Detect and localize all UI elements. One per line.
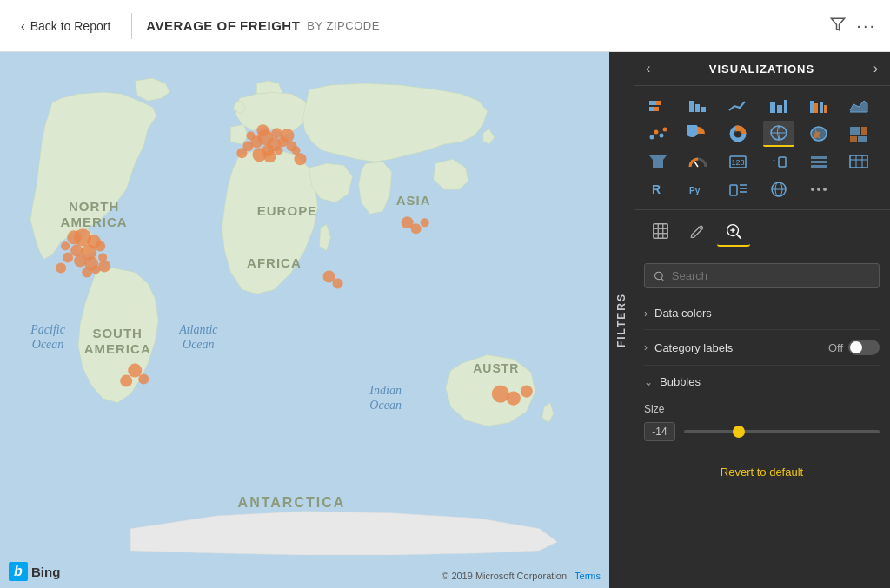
svg-rect-93: [811, 161, 827, 163]
viz-area-icon[interactable]: [843, 93, 874, 119]
back-button[interactable]: ‹ Back to Report: [14, 16, 117, 36]
svg-point-37: [274, 146, 282, 155]
viz-filled-map-icon[interactable]: [803, 121, 834, 147]
svg-rect-64: [689, 101, 694, 112]
svg-rect-61: [656, 101, 661, 105]
svg-point-27: [67, 230, 81, 244]
svg-rect-66: [701, 107, 706, 112]
bing-icon: b: [9, 562, 28, 581]
svg-text:ANTARCTICA: ANTARCTICA: [238, 494, 346, 510]
viz-grouped-bar-icon[interactable]: [803, 93, 834, 119]
category-labels-chevron: ›: [644, 341, 648, 353]
svg-point-40: [263, 150, 276, 162]
svg-text:Ocean: Ocean: [369, 399, 402, 412]
svg-text:Pacific: Pacific: [30, 323, 65, 336]
more-options-icon[interactable]: ···: [856, 16, 876, 36]
svg-point-47: [294, 153, 306, 165]
bubbles-section-header[interactable]: ⌄ Bubbles: [634, 366, 890, 398]
svg-text:AMERICA: AMERICA: [61, 215, 128, 229]
copyright-text: © 2019 Microsoft Corporation: [442, 571, 567, 581]
svg-text:Py: Py: [689, 186, 701, 195]
search-box[interactable]: [644, 263, 880, 288]
slider-thumb[interactable]: [733, 426, 745, 438]
svg-rect-70: [810, 101, 814, 113]
filter-icon[interactable]: [830, 17, 846, 36]
revert-button[interactable]: Revert to default: [634, 455, 890, 489]
viz-map-icon[interactable]: [763, 121, 794, 147]
panel-collapse-button[interactable]: ‹: [646, 61, 650, 76]
svg-point-59: [333, 278, 343, 288]
viz-column-icon[interactable]: [763, 93, 794, 119]
format-sections: › Data colors › Category labels Off: [634, 297, 890, 366]
svg-rect-86: [858, 136, 867, 142]
back-label: Back to Report: [30, 19, 111, 33]
svg-rect-95: [850, 155, 867, 168]
viz-pie-icon[interactable]: [682, 121, 714, 147]
svg-point-43: [256, 124, 269, 136]
viz-card-icon[interactable]: 123: [722, 149, 754, 175]
svg-point-42: [246, 131, 255, 140]
viz-bar-icon[interactable]: [682, 93, 714, 119]
viz-r-script-icon[interactable]: R: [642, 176, 674, 202]
slider-track[interactable]: [684, 430, 880, 433]
svg-point-77: [663, 128, 668, 132]
fields-tab[interactable]: [644, 217, 677, 247]
panel-expand-button[interactable]: ›: [873, 61, 878, 76]
category-labels-section[interactable]: › Category labels Off: [644, 330, 880, 366]
svg-text:EUROPE: EUROPE: [257, 203, 317, 218]
viz-scatter-icon[interactable]: [642, 121, 674, 147]
chart-subtitle: BY ZIPCODE: [307, 19, 380, 32]
svg-point-30: [98, 260, 110, 272]
svg-rect-71: [814, 103, 818, 113]
svg-point-108: [811, 188, 814, 191]
toggle-knob: [850, 341, 862, 353]
bubbles-label: Bubbles: [660, 375, 701, 388]
svg-rect-72: [820, 102, 823, 113]
viz-globe-icon[interactable]: [763, 176, 794, 202]
viz-slicer-icon[interactable]: [803, 149, 834, 175]
svg-point-54: [120, 375, 132, 387]
filters-tab[interactable]: FILTERS: [609, 52, 634, 588]
svg-rect-84: [861, 127, 867, 135]
back-chevron-icon: ‹: [21, 19, 25, 33]
svg-point-57: [521, 386, 533, 398]
category-labels-label: Category labels: [654, 341, 828, 354]
svg-text:SOUTH: SOUTH: [92, 326, 143, 340]
viz-stacked-bar-icon[interactable]: [642, 93, 674, 119]
svg-point-53: [138, 374, 149, 385]
svg-text:AUSTR: AUSTR: [473, 361, 519, 375]
viz-treemap-icon[interactable]: [843, 121, 874, 147]
filters-tab-label: FILTERS: [615, 293, 628, 347]
slider-value: -14: [644, 422, 675, 441]
viz-python-icon[interactable]: Py: [682, 176, 714, 202]
svg-rect-60: [649, 101, 656, 105]
bing-logo: b Bing: [9, 562, 60, 581]
category-labels-toggle[interactable]: [848, 340, 880, 355]
svg-rect-63: [654, 107, 659, 111]
terms-link[interactable]: Terms: [575, 571, 601, 581]
svg-rect-67: [770, 102, 775, 113]
svg-rect-101: [730, 185, 737, 195]
main-content: Pacific Ocean Atlantic Ocean Indian Ocea…: [0, 52, 890, 588]
viz-kpi-icon[interactable]: ↑: [763, 149, 794, 175]
format-tab[interactable]: [681, 217, 714, 247]
viz-gauge-icon[interactable]: [682, 149, 714, 175]
viz-funnel-icon[interactable]: [642, 149, 674, 175]
viz-table-icon[interactable]: [843, 149, 874, 175]
viz-line-icon[interactable]: [722, 93, 754, 119]
analytics-tab[interactable]: [717, 217, 750, 247]
search-input[interactable]: [672, 269, 870, 282]
map-area[interactable]: Pacific Ocean Atlantic Ocean Indian Ocea…: [0, 52, 609, 588]
viz-grid: 123 ↑ R Py: [634, 86, 890, 210]
map-copyright: © 2019 Microsoft Corporation Terms: [442, 571, 601, 581]
viz-donut-icon[interactable]: [722, 121, 754, 147]
svg-text:Indian: Indian: [369, 384, 402, 397]
svg-text:R: R: [652, 182, 661, 196]
svg-rect-65: [695, 104, 700, 112]
svg-point-45: [280, 129, 294, 142]
svg-point-31: [56, 262, 66, 273]
data-colors-section[interactable]: › Data colors: [644, 297, 880, 330]
viz-custom1-icon[interactable]: [722, 176, 754, 202]
data-colors-label: Data colors: [654, 307, 880, 320]
viz-more-icon[interactable]: [803, 176, 834, 202]
